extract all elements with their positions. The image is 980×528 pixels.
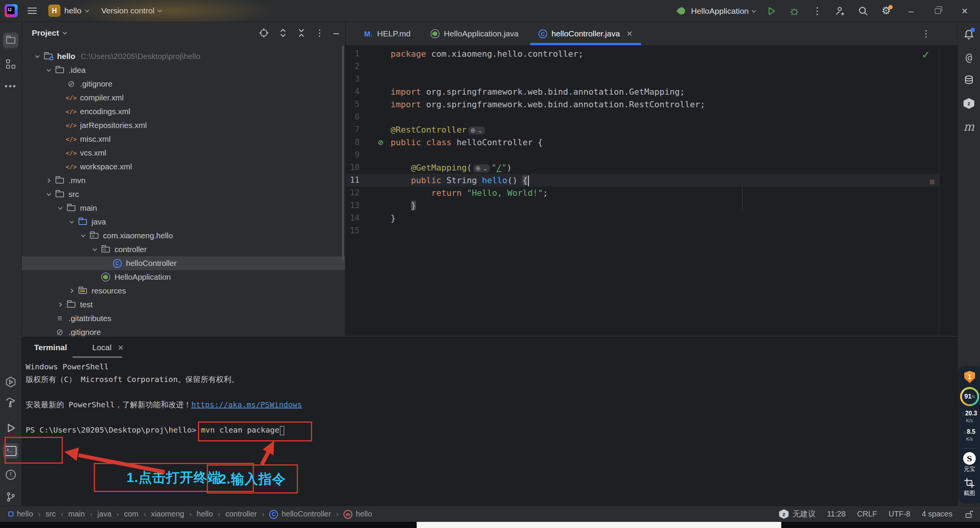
add-user-icon[interactable]	[834, 5, 847, 18]
tree-row-compiler.xml[interactable]: </>compiler.xml	[22, 91, 345, 105]
indent-setting[interactable]: 4 spaces	[922, 510, 952, 518]
tree-row-vcs.xml[interactable]: </>vcs.xml	[22, 146, 345, 160]
code-line-3[interactable]: 3	[346, 73, 957, 85]
breadcrumb-controller[interactable]: controller	[225, 510, 257, 518]
security-shield-badge[interactable]: 1	[964, 371, 975, 383]
line-number[interactable]: 7	[346, 123, 373, 136]
breadcrumb-src[interactable]: src	[46, 510, 56, 518]
breadcrumb-hello[interactable]: hello	[197, 510, 213, 518]
code-line-8[interactable]: 8⊘public class helloController {	[346, 136, 957, 149]
main-menu-icon[interactable]	[28, 6, 37, 16]
tree-row-helloController[interactable]: ChelloController	[22, 256, 345, 270]
tree-chevron-icon[interactable]	[65, 289, 77, 292]
editor-tab-HelloApplication.java[interactable]: HelloApplication.java	[420, 22, 528, 45]
tree-row-.gitattributes[interactable]: ≡.gitattributes	[22, 312, 345, 325]
tree-chevron-icon[interactable]	[43, 193, 54, 196]
breadcrumb-hello[interactable]: hello	[8, 510, 33, 518]
code-line-14[interactable]: 14}	[346, 212, 957, 225]
minimize-button[interactable]: –	[903, 0, 919, 22]
settings-gear-icon[interactable]: ⚙	[880, 5, 893, 18]
line-number[interactable]: 8	[346, 136, 373, 149]
tree-row-.idea[interactable]: .idea	[22, 63, 345, 77]
caret-position[interactable]: 11:28	[827, 510, 846, 518]
tree-row-java[interactable]: java	[22, 215, 345, 229]
database-tool-icon[interactable]	[961, 73, 977, 88]
code-line-15[interactable]: 15	[346, 225, 957, 237]
related-endpoints-inlay-icon[interactable]: ⊕ ⌄	[468, 126, 485, 134]
line-number[interactable]: 4	[346, 85, 373, 98]
hide-panel-icon[interactable]: –	[334, 27, 339, 39]
terminal-tab-local[interactable]: Local✕	[92, 343, 124, 352]
tree-row-encodings.xml[interactable]: </>encodings.xml	[22, 105, 345, 118]
panel-options-icon[interactable]: ⋮	[315, 28, 324, 38]
tree-row-test[interactable]: test	[22, 298, 345, 312]
line-number[interactable]: 10	[346, 161, 373, 174]
notifications-bell-icon[interactable]	[961, 27, 977, 42]
tree-row-.gitignore[interactable]: ⊘.gitignore	[22, 325, 345, 336]
vcs-widget[interactable]: Version control	[101, 6, 161, 15]
code-line-6[interactable]: 6	[346, 111, 957, 123]
run-configuration[interactable]: HelloApplication	[675, 5, 755, 18]
file-encoding[interactable]: UTF-8	[888, 510, 910, 518]
tree-row-controller[interactable]: controller	[22, 243, 345, 256]
code-line-13[interactable]: 13 }	[346, 199, 957, 212]
code-line-12[interactable]: 12 return "Hello, World!";	[346, 187, 957, 199]
code-editor[interactable]: 1package com.xiaomeng.hello.controller;2…	[346, 46, 957, 336]
tree-chevron-icon[interactable]	[88, 248, 100, 251]
tree-row-src[interactable]: src	[22, 187, 345, 201]
line-number[interactable]: 11	[346, 174, 373, 187]
tree-chevron-icon[interactable]	[43, 69, 54, 72]
tree-row-com.xiaomeng.hello[interactable]: com.xiaomeng.hello	[22, 229, 345, 243]
collapse-all-icon[interactable]	[297, 28, 306, 38]
close-icon[interactable]: ✕	[627, 29, 633, 38]
inspections-ok-icon[interactable]: ✓	[922, 49, 930, 61]
build-tool-icon[interactable]	[3, 395, 18, 410]
breadcrumb-hello[interactable]: mhello	[344, 509, 372, 519]
problems-tool-icon[interactable]: !	[3, 467, 18, 482]
tree-row-main[interactable]: main	[22, 201, 345, 215]
line-number[interactable]: 9	[346, 149, 373, 161]
code-line-9[interactable]: 9	[346, 149, 957, 161]
lingma-plugin-icon[interactable]: z	[961, 96, 977, 111]
tree-row-jarRepositories.xml[interactable]: </>jarRepositories.xml	[22, 118, 345, 132]
performance-gauge[interactable]: 91%	[960, 387, 979, 406]
tree-chevron-icon[interactable]	[31, 55, 43, 58]
more-actions-icon[interactable]: ⋮	[811, 5, 824, 18]
breadcrumb-xiaomeng[interactable]: xiaomeng	[151, 510, 184, 518]
debug-button[interactable]	[788, 5, 801, 18]
line-number[interactable]: 14	[346, 212, 373, 225]
line-number[interactable]: 3	[346, 73, 373, 85]
tree-chevron-icon[interactable]	[54, 207, 65, 210]
terminal-link[interactable]: https://aka.ms/PSWindows	[191, 400, 302, 409]
ai-suggestion-widget[interactable]: z 无建议	[779, 509, 815, 519]
breadcrumb-com[interactable]: com	[124, 510, 139, 518]
more-tools-icon[interactable]: •••	[3, 79, 18, 94]
code-line-5[interactable]: 5import org.springframework.web.bind.ann…	[346, 98, 957, 111]
close-icon[interactable]: ✕	[118, 343, 124, 352]
line-number[interactable]: 15	[346, 225, 373, 237]
tree-row-misc.xml[interactable]: </>misc.xml	[22, 132, 345, 146]
search-icon[interactable]	[857, 5, 870, 18]
project-scrollbar[interactable]	[342, 46, 344, 260]
structure-tool-icon[interactable]	[3, 56, 18, 72]
code-line-11[interactable]: 11 public String hello() {	[346, 174, 957, 187]
unlock-icon[interactable]	[964, 509, 974, 519]
line-number[interactable]: 5	[346, 98, 373, 111]
terminal-title[interactable]: Terminal	[34, 343, 67, 352]
screenshot-crop-icon[interactable]	[964, 477, 975, 489]
run-button[interactable]	[765, 5, 778, 18]
breadcrumb-helloController[interactable]: ChelloController	[269, 509, 331, 519]
code-line-1[interactable]: 1package com.xiaomeng.hello.controller;	[346, 48, 957, 60]
related-endpoints-inlay-icon[interactable]: ⊕ ⌄	[473, 164, 490, 172]
line-number[interactable]: 6	[346, 111, 373, 123]
tree-row-.gitignore[interactable]: ⊘.gitignore	[22, 77, 345, 91]
locate-file-icon[interactable]	[258, 28, 269, 38]
line-number[interactable]: 13	[346, 199, 373, 212]
project-widget[interactable]: H hello	[48, 5, 88, 17]
tree-chevron-icon[interactable]	[54, 303, 65, 306]
tree-chevron-icon[interactable]	[43, 179, 54, 182]
code-line-2[interactable]: 2	[346, 60, 957, 73]
yuanbao-assistant-icon[interactable]: S	[963, 452, 976, 465]
tree-row-hello[interactable]: helloC:\Users\20205\Desktop\proj\hello	[22, 49, 345, 63]
line-number[interactable]: 2	[346, 60, 373, 73]
